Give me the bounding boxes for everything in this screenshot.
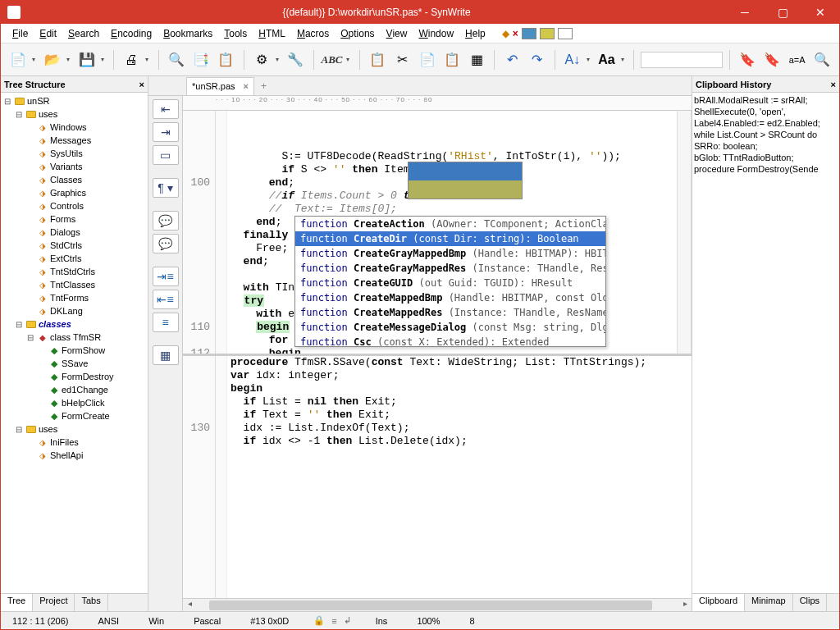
tree-node[interactable]: ⊟uses [2,107,146,121]
tree-node[interactable]: ◆FormShow [2,344,146,357]
menu-search[interactable]: Search [63,26,104,41]
tree-node[interactable]: ⬗ShellApi [2,449,146,462]
clipboard-item[interactable]: Label4.Enabled:= ed2.Enabled; [694,117,838,129]
clipboard-item[interactable]: ShellExecute(0, 'open', [694,106,838,117]
autocomplete-item[interactable]: function CreateMessageDialog (const Msg:… [295,320,605,335]
tree-node[interactable]: ⬗StdCtrls [2,239,146,252]
tree-node[interactable]: ⬗IniFiles [2,436,146,449]
status-tabsize[interactable]: 8 [465,616,480,626]
lexer-button[interactable]: 🔧 [285,48,306,71]
status-lexer[interactable]: Pascal [189,616,226,626]
new-dropdown[interactable]: ▾ [32,56,38,63]
side-btn-unindent[interactable]: ⇤≡ [153,290,179,309]
code-editor[interactable]: S:= UTF8Decode(ReadString('RHist', IntTo… [227,111,677,354]
autocomplete-popup[interactable]: function CreateAction (AOwner: TComponen… [294,216,606,347]
left-tab-tabs[interactable]: Tabs [75,594,107,611]
tree-node[interactable]: ⬗SysUtils [2,147,146,160]
side-btn-2[interactable]: ⇥ [153,122,179,142]
menu-help[interactable]: Help [460,26,491,41]
autocomplete-item[interactable]: function CreateGrayMappedBmp (Handle: HB… [295,246,605,261]
status-lineend[interactable]: Win [144,616,169,626]
clipboard-panel-close[interactable]: × [831,80,836,89]
tree-node[interactable]: ⊟◆class TfmSR [2,331,146,344]
clipboard-item[interactable]: bGlob: TTntRadioButton; [694,152,838,163]
autocomplete-item[interactable]: function Csc (const X: Extended): Extend… [295,335,605,347]
autocomplete-item[interactable]: function CreateDir (const Dir: string): … [295,231,605,246]
select-button[interactable]: ▦ [466,48,487,71]
close-button[interactable]: ✕ [801,1,839,24]
tree-node[interactable]: ⬗Graphics [2,186,146,199]
tree-node[interactable]: ⬗Dialogs [2,226,146,239]
menu-tools[interactable]: Tools [219,26,252,41]
tree-body[interactable]: ⊟unSR⊟uses⬗Windows⬗Messages⬗SysUtils⬗Var… [1,93,148,593]
side-btn-block[interactable]: ▦ [153,345,179,365]
zoom-button[interactable]: 🔍 [811,48,833,71]
minimap-strip[interactable] [677,111,692,354]
side-btn-comment[interactable]: 💬 [153,211,179,231]
minimize-button[interactable]: ─ [726,1,764,24]
copy-button[interactable]: 📋 [367,48,388,71]
find-button[interactable]: 🔍 [166,48,187,71]
autocomplete-item[interactable]: function CreateMappedBmp (Handle: HBITMA… [295,290,605,305]
side-btn-3[interactable]: ▭ [153,145,179,165]
menu-html[interactable]: HTML [253,26,290,41]
menu-bookmarks[interactable]: Bookmarks [158,26,217,41]
status-insert[interactable]: Ins [371,616,393,626]
print-button[interactable]: 🖨 [121,48,142,71]
tree-node[interactable]: ◆bHelpClick [2,396,146,409]
tree-node[interactable]: ⬗Forms [2,212,146,226]
menu-macros[interactable]: Macros [292,26,334,41]
cut-button[interactable]: ✂ [391,48,413,71]
tree-node[interactable]: ⬗Variants [2,160,146,173]
code-editor-split[interactable]: procedure TfmSR.SSave(const Text: WideSt… [227,356,692,599]
tree-panel-close[interactable]: × [139,80,144,89]
menu-diamond-icon[interactable]: ◆ [502,28,509,39]
hscrollbar[interactable]: ◂▸ [183,598,692,611]
replace-text-button[interactable]: a=A [787,48,808,71]
status-zoom[interactable]: 100% [412,616,445,626]
clipboard-item[interactable]: while List.Count > SRCount do [694,129,838,140]
case-dropdown[interactable]: ▾ [621,56,627,63]
open-button[interactable]: 📂 [42,48,63,71]
sort-button[interactable]: A↓ [562,48,583,71]
save-button[interactable]: 💾 [75,48,97,71]
right-tab-clipboard[interactable]: Clipboard [692,594,745,611]
left-tab-project[interactable]: Project [33,594,75,611]
tree-node[interactable]: ⬗Messages [2,134,146,147]
file-tab[interactable]: *unSR.pas × [186,77,254,95]
nav-prev-button[interactable]: 🔖 [737,48,758,71]
tree-node[interactable]: ⊟uses [2,422,146,436]
find-files-button[interactable]: 📑 [190,48,212,71]
tree-node[interactable]: ◆FormCreate [2,409,146,422]
print-dropdown[interactable]: ▾ [145,56,151,63]
paste-button[interactable]: 📄 [416,48,437,71]
menu-encoding[interactable]: Encoding [106,26,157,41]
clipboard-item[interactable]: SRRo: boolean; [694,140,838,152]
menu-edit[interactable]: Edit [34,26,62,41]
side-btn-indent[interactable]: ⇥≡ [153,267,179,286]
menu-close-icon[interactable]: × [513,28,518,39]
new-button[interactable]: 📄 [7,48,29,71]
autocomplete-item[interactable]: function CreateGUID (out Guid: TGUID): H… [295,276,605,290]
settings-button[interactable]: ⚙ [251,48,272,71]
tree-node[interactable]: ⬗ExtCtrls [2,252,146,265]
quick-search-input[interactable] [641,52,723,68]
menu-window[interactable]: Window [413,26,459,41]
tree-node[interactable]: ⬗Classes [2,173,146,186]
goto-button[interactable]: 📋 [215,48,236,71]
spellcheck-button[interactable]: ABC [320,48,343,71]
color-swatch[interactable] [522,28,536,39]
tree-node[interactable]: ⬗DKLang [2,304,146,317]
right-tab-clips[interactable]: Clips [793,594,827,611]
left-tab-tree[interactable]: Tree [1,594,33,611]
side-btn-uncomment[interactable]: 💬 [153,234,179,253]
redo-button[interactable]: ↷ [526,48,547,71]
new-tab-button[interactable]: + [254,80,273,92]
menu-file[interactable]: File [7,26,33,41]
tree-node[interactable]: ◆ed1Change [2,383,146,396]
color-swatch[interactable] [540,28,555,39]
menu-options[interactable]: Options [336,26,379,41]
tree-node[interactable]: ◆FormDestroy [2,370,146,383]
tree-node[interactable]: ⊟unSR [2,94,146,107]
undo-button[interactable]: ↶ [501,48,523,71]
